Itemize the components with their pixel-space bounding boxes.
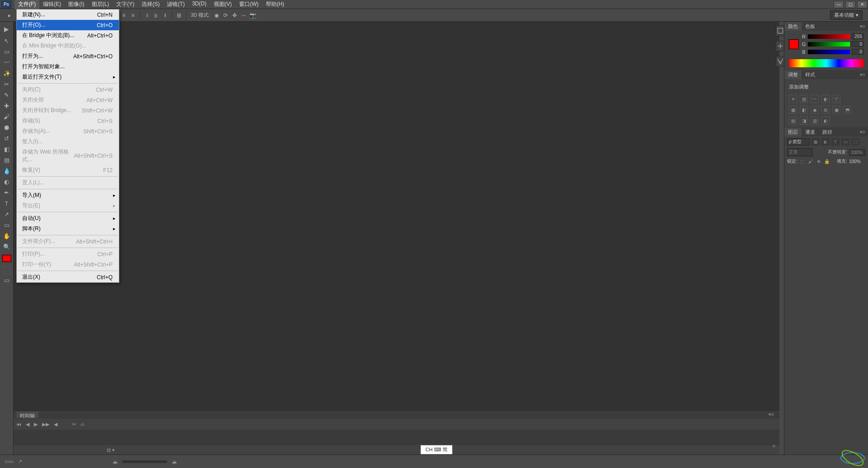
menu-window[interactable]: 窗口(W) <box>236 0 262 9</box>
transition-icon[interactable]: ▱ <box>80 421 84 427</box>
orbit-3d-icon[interactable]: ◉ <box>212 11 221 19</box>
menu-item[interactable]: 打开为...Alt+Shift+Ctrl+O <box>17 51 119 61</box>
color-lookup-icon[interactable]: ▣ <box>832 106 840 114</box>
lock-all-icon[interactable]: 🔒 <box>824 158 830 164</box>
panel-menu-icon[interactable]: ▾≡ <box>857 23 868 29</box>
zoom-timeline-icon[interactable]: ⊟ ▾ <box>107 447 115 453</box>
menu-item[interactable]: 导入(M) <box>17 190 119 201</box>
blur-tool-icon[interactable]: 💧 <box>2 166 12 175</box>
menu-item[interactable]: 退出(X)Ctrl+Q <box>17 272 119 282</box>
eraser-tool-icon[interactable]: ◧ <box>2 145 12 154</box>
dodge-tool-icon[interactable]: ◐ <box>2 177 12 186</box>
tab-timeline[interactable]: 时间轴 <box>16 412 38 418</box>
brightness-adj-icon[interactable]: ☀ <box>789 95 797 103</box>
color-spectrum[interactable] <box>789 59 863 67</box>
zoom-tool-icon[interactable]: 🔍 <box>2 242 12 251</box>
selective-color-icon[interactable]: ◐ <box>821 117 830 125</box>
lock-position-icon[interactable]: ✥ <box>816 158 822 164</box>
r-slider[interactable] <box>808 34 850 39</box>
workspace-switcher[interactable]: 基本功能 ▾ <box>830 10 863 20</box>
tab-layers[interactable]: 图层 <box>784 128 802 136</box>
lock-transparent-icon[interactable]: ⬚ <box>799 158 806 164</box>
menu-edit[interactable]: 编辑(E) <box>39 0 65 9</box>
b-slider[interactable] <box>808 50 850 54</box>
g-value[interactable]: 0 <box>852 41 863 47</box>
tab-paths[interactable]: 路径 <box>819 128 836 136</box>
timeline-track-area[interactable]: + <box>14 430 779 445</box>
next-frame-icon[interactable]: ▶▶ <box>42 421 49 427</box>
vibrance-adj-icon[interactable]: ▽ <box>832 95 840 103</box>
collapse-icon[interactable]: ⯈ <box>2 25 12 34</box>
layer-filter-type[interactable]: ρ 类型 <box>787 138 810 145</box>
pan-3d-icon[interactable]: ✥ <box>231 11 239 19</box>
brush-tool-icon[interactable]: 🖌 <box>2 112 12 121</box>
exposure-adj-icon[interactable]: ◐ <box>821 95 830 103</box>
path-tool-icon[interactable]: ↗ <box>2 210 12 219</box>
menu-type[interactable]: 文字(Y) <box>113 0 138 9</box>
quick-mask-icon[interactable] <box>3 267 10 274</box>
distribute-icon[interactable]: ≡ <box>120 11 128 19</box>
threshold-adj-icon[interactable]: ◨ <box>800 117 808 125</box>
character-panel-icon[interactable] <box>776 56 785 67</box>
gradient-tool-icon[interactable]: ▤ <box>2 155 12 164</box>
prev-frame-icon[interactable]: ◀ <box>26 421 29 427</box>
zoom-slider[interactable] <box>122 460 167 463</box>
menu-item[interactable]: 打开(O)...Ctrl+O <box>17 20 119 30</box>
foreground-color-swatch[interactable] <box>2 255 11 262</box>
levels-adj-icon[interactable]: ▥ <box>800 95 808 103</box>
distribute-icon[interactable]: ≡ <box>129 11 137 19</box>
menu-help[interactable]: 帮助(H) <box>262 0 288 9</box>
maximize-button[interactable]: ◻ <box>845 1 855 8</box>
tab-color[interactable]: 颜色 <box>784 22 802 31</box>
camera-3d-icon[interactable]: 📷 <box>249 11 257 19</box>
tab-swatches[interactable]: 色板 <box>802 22 819 31</box>
filter-shape-icon[interactable]: ▭ <box>841 138 849 145</box>
g-slider[interactable] <box>808 42 850 47</box>
menu-image[interactable]: 图像(I) <box>65 0 88 9</box>
tab-adjustments[interactable]: 调整 <box>784 70 802 79</box>
move-tool-icon[interactable]: ↖ <box>2 36 12 45</box>
distribute-h-icon[interactable]: ⫴ <box>143 11 151 19</box>
distribute-icon[interactable]: ⫵ <box>161 11 169 19</box>
menu-item[interactable]: 新建(N)...Ctrl+N <box>17 9 119 20</box>
minimize-button[interactable]: — <box>834 1 844 8</box>
menu-item[interactable]: 自动(U) <box>17 213 119 224</box>
curves-adj-icon[interactable]: 〰 <box>811 95 819 103</box>
panel-menu-icon[interactable]: ▾≡ <box>766 412 777 418</box>
history-brush-icon[interactable]: ↺ <box>2 134 12 143</box>
panel-menu-icon[interactable]: ▾≡ <box>857 129 868 135</box>
distribute-v-icon[interactable]: ⫼ <box>152 11 160 19</box>
r-value[interactable]: 255 <box>852 33 863 39</box>
screen-mode-icon[interactable]: ▭ <box>2 276 12 285</box>
pen-tool-icon[interactable]: ✒ <box>2 188 12 197</box>
photo-filter-icon[interactable]: ◉ <box>811 106 819 114</box>
rotate-3d-icon[interactable]: ⟳ <box>222 11 230 19</box>
channel-mixer-icon[interactable]: ⊞ <box>821 106 830 114</box>
first-frame-icon[interactable]: ⏮ <box>16 421 21 427</box>
last-frame-icon[interactable]: ◀ <box>54 421 57 427</box>
wand-tool-icon[interactable]: ✨ <box>2 69 12 78</box>
stamp-tool-icon[interactable]: ⬢ <box>2 123 12 132</box>
invert-adj-icon[interactable]: ⬒ <box>843 106 851 114</box>
color-swatch[interactable] <box>789 39 799 49</box>
menu-select[interactable]: 选择(S) <box>138 0 163 9</box>
b-value[interactable]: 0 <box>852 49 863 55</box>
crop-tool-icon[interactable]: ✂ <box>2 80 12 89</box>
menu-view[interactable]: 视图(V) <box>210 0 236 9</box>
tab-styles[interactable]: 样式 <box>802 70 819 79</box>
tab-channels[interactable]: 通道 <box>802 128 819 136</box>
menu-file[interactable]: 文件(F) <box>14 0 39 9</box>
lock-pixels-icon[interactable]: 🖌 <box>807 158 814 164</box>
lasso-tool-icon[interactable]: 〰 <box>2 58 12 67</box>
slide-3d-icon[interactable]: ↔ <box>240 11 248 19</box>
filter-smart-icon[interactable]: ⬚ <box>851 138 859 145</box>
type-tool-icon[interactable]: T <box>2 199 12 208</box>
hue-adj-icon[interactable]: ▦ <box>789 106 797 114</box>
play-icon[interactable]: ▶ <box>34 421 38 427</box>
marquee-tool-icon[interactable]: ▭ <box>2 47 12 56</box>
bw-adj-icon[interactable]: ◧ <box>800 106 808 114</box>
menu-layer[interactable]: 图层(L) <box>88 0 113 9</box>
tool-preset-icon[interactable]: ▸ <box>5 11 14 19</box>
posterize-adj-icon[interactable]: ▤ <box>789 117 797 125</box>
fill-value[interactable]: 100% <box>849 159 865 164</box>
